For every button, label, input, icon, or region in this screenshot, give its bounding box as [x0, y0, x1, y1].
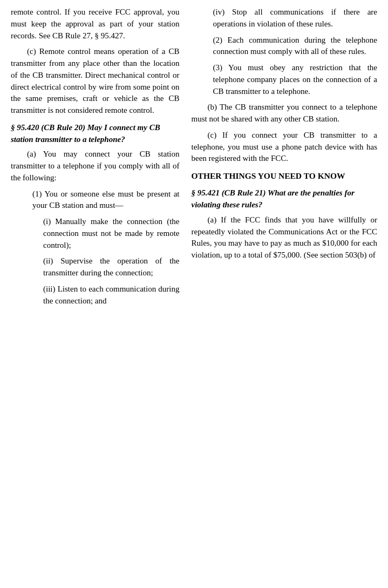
right-p4: (b) The CB transmitter you connect to a …: [191, 102, 377, 125]
page-container: remote control. If you receive FCC appro…: [0, 0, 388, 317]
left-p2: (c) Remote control means operation of a …: [11, 46, 179, 117]
right-section-heading-421: § 95.421 (CB Rule 21) What are the penal…: [191, 187, 377, 211]
left-section-heading-420: § 95.420 (CB Rule 20) May I connect my C…: [11, 122, 179, 146]
left-p1: remote control. If you receive FCC appro…: [11, 6, 179, 42]
right-p5: (c) If you connect your CB transmitter t…: [191, 130, 377, 165]
right-section-heading-other: OTHER THINGS YOU NEED TO KNOW: [191, 170, 377, 182]
right-p2: (2) Each communication during the teleph…: [191, 35, 377, 58]
right-p3: (3) You must obey any restriction that t…: [191, 62, 377, 97]
left-p7: (iii) Listen to each communication durin…: [11, 283, 179, 307]
left-column: remote control. If you receive FCC appro…: [11, 6, 189, 311]
left-p4: (1) You or someone else must be present …: [11, 188, 179, 212]
left-p5: (i) Manually make the connection (the co…: [11, 216, 179, 251]
right-p1: (iv) Stop all communications if there ar…: [191, 6, 377, 30]
left-p6: (ii) Supervise the operation of the tran…: [11, 255, 179, 279]
left-p3: (a) You may connect your CB station tran…: [11, 148, 179, 184]
right-p6: (a) If the FCC finds that you have willf…: [191, 214, 377, 261]
right-column: (iv) Stop all communications if there ar…: [189, 6, 377, 311]
